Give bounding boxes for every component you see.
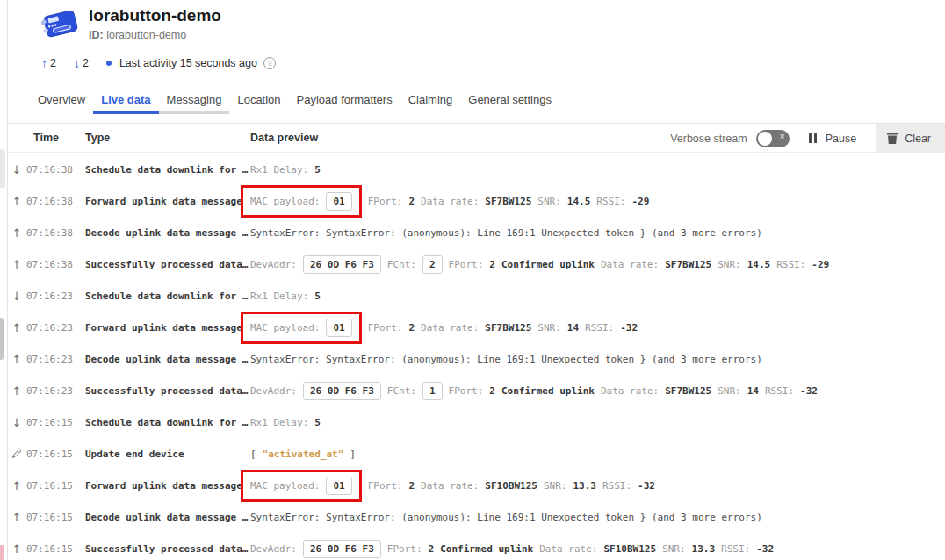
live-data-table-header: Time Type Data preview Verbose stream × … [8, 123, 945, 153]
pause-button[interactable]: Pause [809, 133, 856, 145]
stream-controls: Verbose stream × Pause Clear [670, 124, 945, 153]
event-row[interactable]: ↑07:16:23Decode uplink data message …Syn… [8, 343, 945, 375]
event-type: Update end device [85, 449, 184, 460]
preview-label: FPort: [449, 385, 484, 397]
tab-underline [400, 111, 461, 114]
preview-string: "activated_at" [263, 449, 344, 460]
device-id-line: ID: lorabutton-demo [89, 29, 221, 41]
event-data-preview: DevAddr:26 0D F6 F3FPort:2Confirmed upli… [250, 540, 780, 558]
event-time: 07:16:38 [26, 196, 73, 207]
event-row[interactable]: ↓07:16:23Schedule data downlink for …Rx1… [8, 280, 945, 312]
up-arrow-icon: ↑ [11, 321, 23, 334]
event-row[interactable]: ↑07:16:38Decode uplink data message …Syn… [8, 217, 945, 248]
event-row[interactable]: ↑07:16:38Forward uplink data messageMAC … [8, 185, 945, 217]
preview-value: 2 [429, 543, 435, 555]
tab-location[interactable]: Location [229, 93, 288, 114]
preview-value: SF10BW125 [485, 480, 537, 492]
tab-general-settings[interactable]: General settings [460, 93, 559, 114]
event-data-preview: Rx1 Delay:5 [250, 164, 327, 176]
event-time: 07:16:15 [26, 480, 73, 492]
preview-label: FCnt: [387, 385, 416, 397]
preview-label: RSSI: [776, 259, 805, 270]
event-row[interactable]: 07:16:15Update end device["activated_at"… [8, 438, 945, 470]
event-row[interactable]: ↑07:16:15Successfully processed data…Dev… [8, 533, 945, 560]
preview-boxed: 01 [326, 319, 351, 337]
preview-plain: [ [250, 449, 256, 460]
preview-value: 2 [408, 196, 415, 207]
preview-label: MAC payload: [250, 196, 320, 207]
clear-button-label: Clear [905, 133, 931, 145]
event-row[interactable]: ↓07:16:15Schedule data downlink for …Rx1… [8, 406, 945, 438]
tab-claiming[interactable]: Claiming [400, 93, 461, 114]
event-row[interactable]: ↑07:16:38Successfully processed data…Dev… [8, 248, 945, 280]
preview-value: -29 [812, 259, 829, 270]
preview-boxed: 2 [422, 255, 443, 274]
event-row[interactable]: ↑07:16:23Successfully processed data…Dev… [8, 375, 945, 406]
preview-label: RSSI: [721, 543, 750, 555]
gutter-sliver [0, 149, 5, 188]
event-type: Forward uplink data message [85, 480, 242, 492]
preview-value: 14 [567, 322, 579, 334]
preview-value: SF10BW125 [603, 543, 656, 555]
preview-label: SNR: [718, 259, 741, 270]
preview-value: -32 [756, 543, 774, 555]
event-row[interactable]: ↑07:16:15Decode uplink data message …Syn… [8, 501, 945, 533]
downlink-arrow-icon: ↓ [74, 56, 80, 70]
preview-boxed: 01 [326, 477, 351, 495]
event-row[interactable]: ↓07:16:38Schedule data downlink for …Rx1… [8, 154, 945, 185]
preview-label: SNR: [544, 480, 567, 492]
event-type: Decode uplink data message … [85, 512, 248, 523]
event-row[interactable]: ↑07:16:15Forward uplink data messageMAC … [8, 470, 945, 501]
column-header-time: Time [33, 132, 59, 144]
preview-label: Rx1 Delay: [250, 291, 308, 302]
preview-label: FCnt: [387, 259, 416, 270]
tab-live-data[interactable]: Live data [93, 93, 158, 114]
activity-status-dot [106, 61, 112, 66]
verbose-stream-label: Verbose stream [670, 133, 747, 145]
up-arrow-icon: ↑ [11, 353, 23, 366]
preview-value: 2 [408, 322, 415, 334]
up-arrow-icon: ↑ [11, 195, 23, 208]
device-id-label: ID: [89, 29, 104, 41]
preview-value: Confirmed uplink [501, 259, 595, 270]
last-activity-text: Last activity 15 seconds ago [119, 57, 257, 69]
preview-label: Data rate: [601, 385, 659, 397]
event-type: Decode uplink data message … [85, 227, 248, 239]
event-type: Forward uplink data message [85, 322, 242, 334]
event-type: Schedule data downlink for … [85, 417, 248, 428]
clear-button[interactable]: Clear [876, 124, 945, 153]
up-arrow-icon: ↑ [11, 226, 23, 240]
tab-overview[interactable]: Overview [30, 93, 93, 114]
preview-label: SNR: [718, 385, 741, 397]
red-annotation-box: MAC payload:01 [241, 470, 362, 502]
preview-value: Confirmed uplink [501, 385, 595, 397]
preview-label: Data rate: [539, 543, 597, 555]
preview-value: SF7BW125 [485, 196, 531, 207]
verbose-stream-toggle[interactable]: × [756, 130, 790, 147]
event-rows-list: ↓07:16:38Schedule data downlink for …Rx1… [8, 154, 945, 560]
page-title: lorabutton-demo [89, 5, 221, 26]
preview-label: FPort: [368, 196, 403, 207]
window-left-gutter [0, 0, 8, 560]
event-time: 07:16:38 [26, 259, 73, 270]
pencil-icon [11, 448, 23, 461]
preview-value: Confirmed uplink [440, 543, 533, 555]
tab-underline [30, 111, 93, 114]
toggle-off-x-icon: × [780, 132, 785, 141]
up-arrow-icon: ↑ [11, 542, 23, 556]
preview-boxed: 26 0D F6 F3 [303, 540, 381, 558]
preview-value: -32 [800, 385, 818, 397]
event-row[interactable]: ↑07:16:23Forward uplink data messageMAC … [8, 312, 945, 343]
event-type: Decode uplink data message … [85, 354, 248, 365]
up-arrow-icon: ↑ [11, 511, 23, 524]
preview-boxed: 1 [422, 382, 443, 400]
event-data-preview: SyntaxError: SyntaxError: (anonymous): L… [250, 227, 768, 239]
help-icon[interactable]: ? [263, 57, 276, 69]
event-type: Successfully processed data… [85, 385, 248, 397]
device-stats-row: ↑ 2 ↓ 2 Last activity 15 seconds ago ? [41, 56, 276, 70]
event-data-preview: Rx1 Delay:5 [250, 417, 327, 428]
uplink-arrow-icon: ↑ [41, 56, 47, 70]
scrollbar-thumb[interactable] [0, 318, 4, 360]
tab-messaging[interactable]: Messaging [159, 93, 230, 114]
tab-payload-formatters[interactable]: Payload formatters [289, 93, 400, 114]
